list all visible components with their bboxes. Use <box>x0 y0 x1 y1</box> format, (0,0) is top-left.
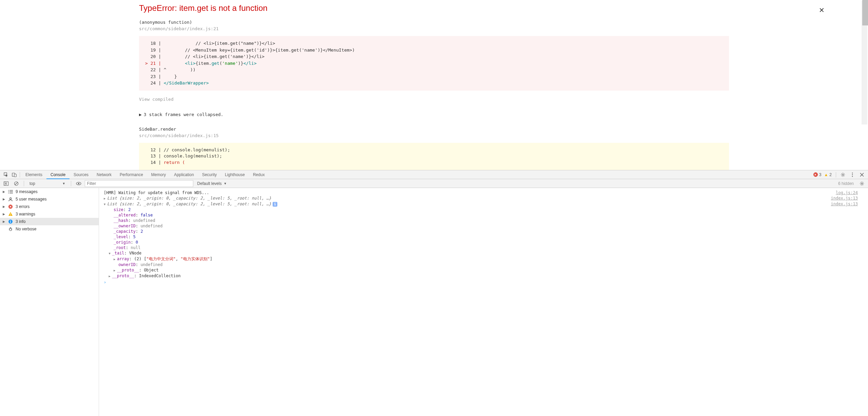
hidden-count[interactable]: 6 hidden <box>836 181 856 186</box>
svg-point-3 <box>842 174 844 175</box>
code-snippet-error: 18 | // <li>{item.get("name")}</li> 19 |… <box>139 36 729 91</box>
tab-performance[interactable]: Performance <box>116 170 147 179</box>
tab-redux[interactable]: Redux <box>249 170 269 179</box>
sidebar-item-messages[interactable]: ▶ 9 messages <box>0 188 99 195</box>
devtools-panel: Elements Console Sources Network Perform… <box>0 170 868 416</box>
log-levels-selector[interactable]: Default levels▼ <box>195 180 229 187</box>
console-toolbar: top▼ Default levels▼ 6 hidden <box>0 179 868 188</box>
error-title: TypeError: item.get is not a function <box>139 3 729 13</box>
sidebar-item-errors[interactable]: ▶ 3 errors <box>0 203 99 210</box>
tab-memory[interactable]: Memory <box>147 170 170 179</box>
svg-point-6 <box>852 176 853 177</box>
code-snippet-context: 12 | // console.log(menulist); 13 | cons… <box>139 143 729 170</box>
stack-frame-source[interactable]: src/common/sidebar/index.js:21 <box>139 26 729 31</box>
scrollbar-thumb[interactable] <box>862 0 868 25</box>
svg-point-13 <box>861 183 863 184</box>
stack-frame-source[interactable]: src/common/sidebar/index.js:15 <box>139 133 729 138</box>
tab-elements[interactable]: Elements <box>21 170 46 179</box>
source-link[interactable]: index.js:13 <box>831 195 858 201</box>
tab-console[interactable]: Console <box>46 170 70 179</box>
console-prop-collapsed[interactable]: ▶__proto__: IndexedCollection <box>99 273 868 279</box>
more-icon[interactable] <box>850 172 855 177</box>
console-prompt[interactable]: › <box>99 279 868 286</box>
sidebar-item-info[interactable]: ▶ 3 info <box>0 218 99 225</box>
inspect-icon[interactable] <box>3 172 9 177</box>
user-icon <box>8 197 13 202</box>
source-link[interactable]: index.js:13 <box>831 201 858 207</box>
console-prop-collapsed[interactable]: ▶__proto__: Object <box>99 267 868 273</box>
tab-network[interactable]: Network <box>93 170 116 179</box>
console-output: [HMR] Waiting for update signal from WDS… <box>99 188 868 416</box>
collapsed-frames-toggle[interactable]: ▶3 stack frames were collapsed. <box>139 112 729 117</box>
svg-point-4 <box>852 172 853 173</box>
close-icon[interactable]: ✕ <box>819 6 825 14</box>
warning-icon <box>8 212 13 216</box>
info-badge-icon[interactable]: i <box>273 202 277 207</box>
svg-line-10 <box>15 182 18 185</box>
settings-icon[interactable] <box>840 172 846 177</box>
context-selector[interactable]: top▼ <box>27 180 67 187</box>
error-icon <box>8 204 13 209</box>
list-icon <box>8 189 13 194</box>
sidebar-toggle-icon[interactable] <box>3 181 9 186</box>
tab-lighthouse[interactable]: Lighthouse <box>221 170 249 179</box>
error-count: 3 <box>819 172 822 177</box>
console-sidebar: ▶ 9 messages ▶ 5 user messages ▶ 3 error… <box>0 188 99 416</box>
console-prop-collapsed[interactable]: ▶array: (2) ["电力中文分词", "电力实体识别"] <box>99 256 868 262</box>
stack-frame-function: (anonymous function) <box>139 20 729 25</box>
svg-point-12 <box>78 183 79 184</box>
tab-sources[interactable]: Sources <box>70 170 93 179</box>
clear-console-icon[interactable] <box>14 181 19 186</box>
source-link[interactable]: log.js:24 <box>836 190 858 195</box>
svg-rect-2 <box>14 174 16 177</box>
filter-input[interactable] <box>85 180 193 187</box>
view-compiled-link[interactable]: View compiled <box>139 97 729 102</box>
console-settings-icon[interactable] <box>859 181 865 186</box>
sidebar-item-verbose[interactable]: No verbose <box>0 225 99 233</box>
devtools-tabs: Elements Console Sources Network Perform… <box>0 170 868 179</box>
live-expression-icon[interactable] <box>76 181 81 186</box>
console-object[interactable]: ▶List {size: 2, _origin: 0, _capacity: 2… <box>99 195 868 201</box>
console-object-expanded[interactable]: ▼List {size: 2, _origin: 0, _capacity: 2… <box>99 201 868 207</box>
device-toggle-icon[interactable] <box>12 172 17 177</box>
close-devtools-icon[interactable] <box>859 172 865 177</box>
svg-rect-7 <box>4 182 8 185</box>
svg-point-23 <box>10 215 11 216</box>
tab-application[interactable]: Application <box>170 170 198 179</box>
console-prop-expanded[interactable]: ▼_tail: VNode <box>99 250 868 256</box>
console-message[interactable]: [HMR] Waiting for update signal from WDS… <box>99 190 868 195</box>
bug-icon <box>8 227 13 231</box>
tab-security[interactable]: Security <box>198 170 221 179</box>
stack-frame-function: SideBar.render <box>139 127 729 132</box>
sidebar-item-user-messages[interactable]: ▶ 5 user messages <box>0 195 99 203</box>
warning-count: 2 <box>829 172 832 177</box>
svg-point-5 <box>852 174 853 175</box>
error-badge-icon[interactable]: ✕ <box>813 172 818 177</box>
svg-point-26 <box>10 220 11 221</box>
svg-point-20 <box>10 198 12 200</box>
warning-badge-icon[interactable]: ▲ <box>824 172 828 177</box>
info-icon <box>8 219 13 224</box>
sidebar-item-warnings[interactable]: ▶ 3 warnings <box>0 210 99 218</box>
